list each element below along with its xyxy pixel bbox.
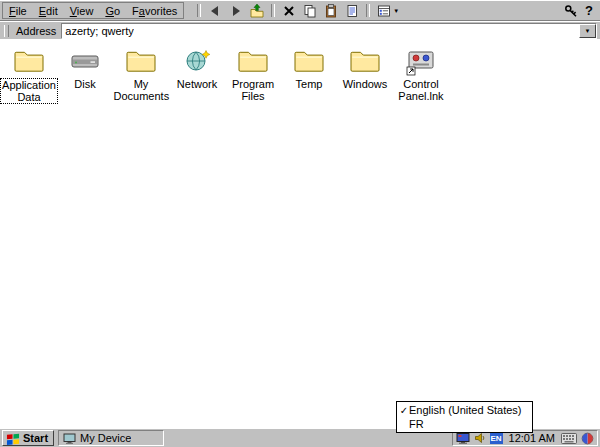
menu-bar: FileEditViewGoFavorites ▼ ?: [0, 0, 600, 21]
file-icon-label: Control Panel.lnk: [393, 78, 449, 102]
folder-icon: [237, 45, 269, 77]
toolbar: ▼: [194, 2, 401, 19]
menubar-right: ?: [564, 4, 598, 18]
views-dropdown-icon[interactable]: ▼: [393, 8, 401, 14]
language-menu: ✓English (United States)FR: [396, 401, 533, 433]
keyboard-icon[interactable]: [561, 433, 577, 444]
file-icon-program-files[interactable]: Program Files: [225, 45, 281, 104]
start-button[interactable]: Start: [2, 430, 54, 446]
task-button-my-device[interactable]: My Device: [58, 430, 164, 446]
folder-icon: [349, 45, 381, 77]
language-option-label: FR: [409, 418, 424, 430]
status-icon[interactable]: [581, 432, 594, 445]
toolbar-separator: [271, 4, 275, 17]
language-indicator[interactable]: EN: [490, 432, 503, 444]
toolbar-separator: [197, 4, 201, 17]
up-button[interactable]: [247, 2, 267, 19]
views-button[interactable]: [374, 2, 394, 19]
disk-icon: [69, 45, 101, 77]
address-input[interactable]: azerty; qwerty ▼: [61, 23, 597, 39]
display-icon[interactable]: [456, 432, 470, 445]
taskbar-clock: 12:01 AM: [507, 432, 557, 444]
file-icon-label: Windows: [342, 78, 389, 90]
menu-file[interactable]: File: [3, 4, 33, 18]
delete-button[interactable]: [279, 2, 299, 19]
menu-edit[interactable]: Edit: [33, 4, 64, 18]
explorer-window: FileEditViewGoFavorites ▼ ? Address azer…: [0, 0, 600, 447]
address-label: Address: [14, 25, 58, 37]
menu-items: FileEditViewGoFavorites: [2, 2, 184, 19]
copy-button[interactable]: [300, 2, 320, 19]
file-icon-windows[interactable]: Windows: [337, 45, 393, 104]
language-option-english-united-states-[interactable]: ✓English (United States): [397, 403, 532, 417]
file-icon-disk[interactable]: Disk: [57, 45, 113, 104]
paste-button[interactable]: [321, 2, 341, 19]
address-bar: Address azerty; qwerty ▼: [0, 21, 600, 41]
my-device-icon: [63, 432, 76, 445]
file-icon-label: Program Files: [225, 78, 281, 102]
address-dropdown-button[interactable]: ▼: [579, 24, 596, 38]
properties-button[interactable]: [342, 2, 362, 19]
folder-icon: [125, 45, 157, 77]
file-icon-my-documents[interactable]: My Documents: [113, 45, 169, 104]
control-panel-icon: [405, 45, 437, 77]
menu-view[interactable]: View: [64, 4, 100, 18]
language-option-fr[interactable]: FR: [397, 417, 532, 431]
language-option-label: English (United States): [409, 404, 522, 416]
file-area[interactable]: Application DataDiskMy DocumentsNetworkP…: [0, 39, 600, 429]
input-key-icon[interactable]: [564, 4, 578, 18]
forward-button[interactable]: [226, 2, 246, 19]
file-icon-label: Network: [176, 78, 218, 90]
file-icon-label: Disk: [73, 78, 96, 90]
file-icon-label: My Documents: [113, 78, 170, 102]
address-value: azerty; qwerty: [65, 25, 133, 37]
file-icon-application-data[interactable]: Application Data: [1, 45, 57, 104]
task-label: My Device: [80, 432, 131, 444]
menu-go[interactable]: Go: [99, 4, 126, 18]
menu-favorites[interactable]: Favorites: [126, 4, 183, 18]
file-icon-temp[interactable]: Temp: [281, 45, 337, 104]
network-icon: [181, 45, 213, 77]
file-icon-label: Application Data: [0, 78, 58, 104]
help-button[interactable]: ?: [585, 4, 593, 17]
back-button[interactable]: [205, 2, 225, 19]
toolbar-separator: [366, 4, 370, 17]
toolbar-gripper[interactable]: [4, 25, 9, 37]
checkmark-icon: ✓: [399, 405, 409, 416]
file-icon-network[interactable]: Network: [169, 45, 225, 104]
icon-grid: Application DataDiskMy DocumentsNetworkP…: [0, 39, 600, 104]
file-icon-label: Temp: [295, 78, 324, 90]
start-label: Start: [23, 432, 48, 444]
file-icon-control-panel-lnk[interactable]: Control Panel.lnk: [393, 45, 449, 104]
folder-icon: [13, 45, 45, 77]
volume-icon[interactable]: [474, 432, 486, 444]
folder-icon: [293, 45, 325, 77]
windows-flag-icon: [6, 432, 20, 445]
